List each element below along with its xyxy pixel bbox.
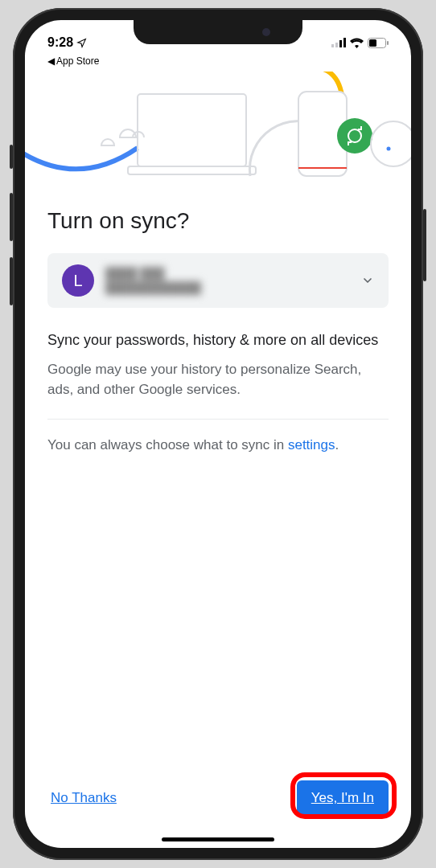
settings-hint: You can always choose what to sync in se… [47,436,389,455]
svg-rect-6 [387,41,389,45]
svg-rect-8 [128,166,256,174]
back-caret-icon: ◀ [47,55,55,67]
button-row: No Thanks Yes, I'm In [47,771,389,832]
svg-point-11 [337,118,372,154]
yes-im-in-button[interactable]: Yes, I'm In [297,780,389,816]
battery-icon [368,38,389,48]
sync-illustration [25,72,411,192]
screen: 9:28 ◀ App Store [25,20,411,848]
svg-rect-0 [331,44,334,47]
no-thanks-button[interactable]: No Thanks [47,782,120,814]
status-time: 9:28 [47,35,73,50]
wifi-icon [350,38,364,48]
svg-rect-5 [369,39,376,47]
page-title: Turn on sync? [47,208,389,234]
location-icon [76,38,87,48]
account-selector[interactable]: L ████ ███ ████████████ [47,253,389,308]
notch [134,20,302,44]
sync-subtitle: Sync your passwords, history & more on a… [47,330,389,350]
chevron-down-icon [361,274,374,287]
svg-point-13 [387,147,391,151]
settings-link[interactable]: settings [288,437,335,452]
svg-rect-3 [343,38,346,47]
back-app-label: App Store [56,55,99,67]
main-content: Turn on sync? L ████ ███ ████████████ Sy… [25,192,411,848]
account-details-blurred: ████ ███ ████████████ [105,266,350,295]
svg-rect-7 [138,94,246,166]
divider [47,419,389,420]
sync-description: Google may use your history to personali… [47,360,389,399]
svg-rect-1 [335,43,338,47]
svg-rect-2 [339,40,342,47]
cellular-icon [331,38,346,47]
home-indicator[interactable] [162,837,274,841]
back-to-app[interactable]: ◀ App Store [25,55,411,72]
svg-point-12 [371,121,411,166]
avatar: L [62,264,94,297]
phone-frame: 9:28 ◀ App Store [13,8,423,860]
